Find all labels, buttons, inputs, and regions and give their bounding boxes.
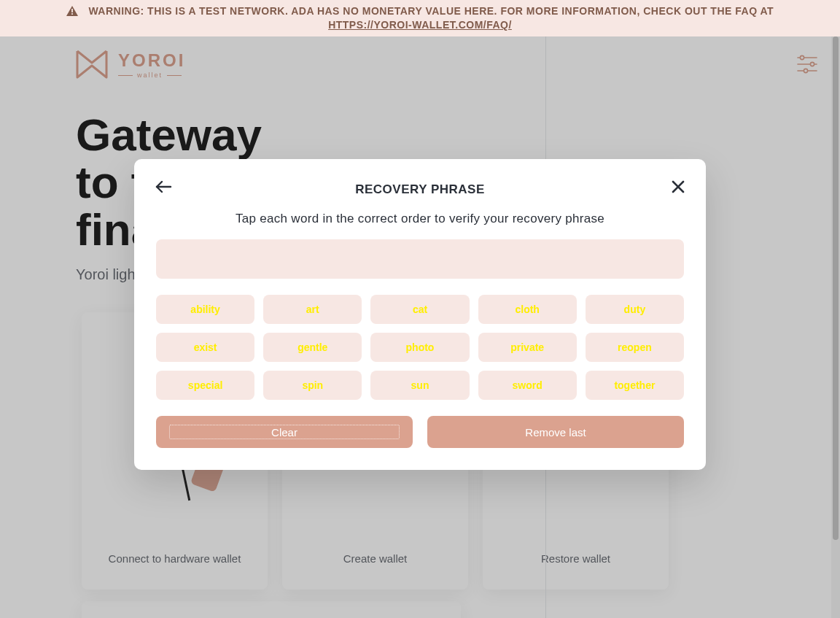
back-button[interactable] bbox=[155, 179, 172, 197]
close-button[interactable] bbox=[671, 179, 685, 197]
svg-rect-0 bbox=[71, 9, 73, 12]
recovery-word-duty[interactable]: duty bbox=[586, 295, 684, 324]
recovery-word-sword[interactable]: sword bbox=[478, 371, 577, 400]
banner-faq-link[interactable]: HTTPS://YOROI-WALLET.COM/FAQ/ bbox=[328, 19, 512, 31]
remove-last-button[interactable]: Remove last bbox=[427, 416, 684, 448]
modal-overlay: RECOVERY PHRASE Tap each word in the cor… bbox=[0, 36, 840, 618]
modal-instruction: Tap each word in the correct order to ve… bbox=[156, 212, 684, 226]
recovery-word-sun[interactable]: sun bbox=[370, 371, 469, 400]
recovery-word-special[interactable]: special bbox=[156, 371, 254, 400]
test-network-banner: WARNING: THIS IS A TEST NETWORK. ADA HAS… bbox=[0, 0, 840, 36]
recovery-phrase-modal: RECOVERY PHRASE Tap each word in the cor… bbox=[134, 159, 706, 470]
recovery-word-together[interactable]: together bbox=[586, 371, 684, 400]
warning-icon bbox=[66, 4, 78, 18]
recovery-word-photo[interactable]: photo bbox=[370, 333, 469, 362]
recovery-word-reopen[interactable]: reopen bbox=[586, 333, 684, 362]
recovery-word-spin[interactable]: spin bbox=[263, 371, 362, 400]
recovery-word-art[interactable]: art bbox=[263, 295, 362, 324]
recovery-word-cat[interactable]: cat bbox=[370, 295, 469, 324]
modal-title: RECOVERY PHRASE bbox=[355, 182, 485, 197]
recovery-word-private[interactable]: private bbox=[478, 333, 577, 362]
recovery-word-ability[interactable]: ability bbox=[156, 295, 254, 324]
banner-text: WARNING: THIS IS A TEST NETWORK. ADA HAS… bbox=[88, 5, 774, 17]
selected-words-area bbox=[156, 239, 684, 279]
recovery-word-exist[interactable]: exist bbox=[156, 333, 254, 362]
recovery-word-cloth[interactable]: cloth bbox=[478, 295, 577, 324]
clear-button[interactable]: Clear bbox=[156, 416, 413, 448]
recovery-word-gentle[interactable]: gentle bbox=[263, 333, 362, 362]
svg-rect-1 bbox=[71, 13, 73, 15]
